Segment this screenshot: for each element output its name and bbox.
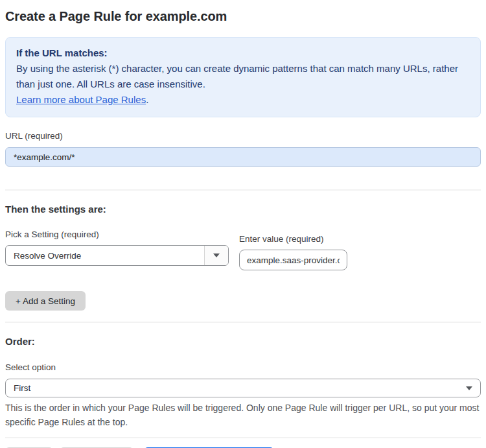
footer-divider xyxy=(5,437,481,438)
create-page-rule-form: Create a Page Rule for example.com If th… xyxy=(0,0,486,448)
link-period: . xyxy=(146,94,148,105)
setting-dropdown-value: Resolve Override xyxy=(6,246,204,265)
url-input[interactable] xyxy=(5,147,481,167)
caret-down-icon xyxy=(213,253,220,257)
info-box-body: By using the asterisk (*) character, you… xyxy=(16,61,470,92)
url-field-label: URL (required) xyxy=(5,131,481,141)
section-divider xyxy=(5,322,481,323)
info-box-link-line: Learn more about Page Rules. xyxy=(16,92,470,108)
setting-picker-column: Pick a Setting (required) Resolve Overri… xyxy=(5,230,229,270)
order-dropdown[interactable]: First xyxy=(5,379,481,397)
add-setting-button[interactable]: + Add a Setting xyxy=(5,291,86,311)
setting-dropdown[interactable]: Resolve Override xyxy=(5,245,229,266)
setting-row: Pick a Setting (required) Resolve Overri… xyxy=(5,230,481,270)
settings-section-heading: Then the settings are: xyxy=(5,204,481,215)
value-field-label: Enter value (required) xyxy=(239,234,347,244)
url-match-info-box: If the URL matches: By using the asteris… xyxy=(5,37,481,117)
order-select-label: Select option xyxy=(5,362,481,373)
setting-picker-label: Pick a Setting (required) xyxy=(5,230,229,240)
order-help-text: This is the order in which your Page Rul… xyxy=(5,401,481,429)
caret-down-icon xyxy=(466,386,472,390)
learn-more-link[interactable]: Learn more about Page Rules xyxy=(16,94,146,105)
page-title: Create a Page Rule for example.com xyxy=(5,9,481,24)
setting-value-column: Enter value (required) xyxy=(239,234,347,270)
info-box-heading: If the URL matches: xyxy=(16,45,470,61)
order-section-heading: Order: xyxy=(5,336,481,347)
section-divider xyxy=(5,189,481,191)
order-dropdown-value: First xyxy=(14,383,30,393)
setting-value-input[interactable] xyxy=(239,250,347,270)
setting-dropdown-button[interactable] xyxy=(204,246,228,265)
